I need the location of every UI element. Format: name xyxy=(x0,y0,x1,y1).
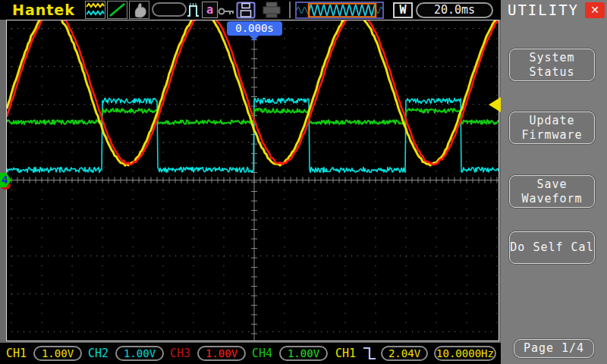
measure-line-glyph xyxy=(108,2,127,18)
status-bar: CH1 1.00V CH2 1.00V CH3 1.00V CH4 1.00V … xyxy=(0,343,501,364)
key-icon[interactable] xyxy=(218,5,235,15)
trigger-time-balloon[interactable]: 0.000s xyxy=(227,21,282,36)
trigger-source-label[interactable]: CH1 xyxy=(335,346,356,361)
oscilloscope-app: Hantek a xyxy=(0,0,607,364)
save-icon[interactable] xyxy=(236,2,256,19)
page-indicator-button[interactable]: Page 1/4 xyxy=(514,339,594,358)
menu-title: UTILITY xyxy=(502,1,584,19)
print-icon[interactable] xyxy=(261,2,282,18)
measure-line-icon[interactable] xyxy=(107,1,127,19)
trigger-frequency-value[interactable]: 10.0000Hz xyxy=(434,346,496,361)
falling-edge-icon[interactable] xyxy=(363,347,377,360)
print-glyph xyxy=(261,2,282,18)
toolbar: Hantek a xyxy=(0,0,501,20)
waveform-grid: 0.000s 4 xyxy=(7,20,498,340)
falling-edge-glyph xyxy=(363,347,377,360)
ch3-label[interactable]: CH3 xyxy=(170,346,190,361)
channels-icon[interactable] xyxy=(85,1,105,19)
page-indicator-label: Page 1/4 xyxy=(524,341,584,355)
preview-wave xyxy=(297,3,382,17)
pulse-icon[interactable] xyxy=(187,2,200,18)
timebase-value: 20.0ms xyxy=(434,3,475,17)
toolbar-separator xyxy=(289,2,291,18)
hand-glyph xyxy=(130,2,149,18)
close-button[interactable]: ✕ xyxy=(585,2,605,18)
center-axes xyxy=(7,20,498,340)
acquisition-letter: W xyxy=(399,3,406,17)
timebase-display[interactable]: 20.0ms xyxy=(416,2,493,18)
save-waveform-button[interactable]: Save Waveform xyxy=(509,175,595,208)
save-glyph xyxy=(236,2,256,19)
trigger-level-value[interactable]: 2.04V xyxy=(381,346,428,361)
trigger-time-label: 0.000s xyxy=(235,22,274,34)
utility-menu: UTILITY ✕ System Status Update Firmware … xyxy=(501,0,607,364)
trigger-time-pointer-icon xyxy=(250,36,259,41)
system-status-label: System Status xyxy=(529,51,574,80)
do-self-cal-label: Do Self Cal xyxy=(510,240,593,255)
empty-slot xyxy=(152,2,187,17)
update-firmware-button[interactable]: Update Firmware xyxy=(509,111,595,144)
ch3-scale[interactable]: 1.00V xyxy=(197,346,246,361)
annotation-a-icon[interactable]: a xyxy=(202,2,218,18)
waveform-preview[interactable] xyxy=(295,2,384,19)
trace-ch1 xyxy=(7,20,498,165)
brand-logo: Hantek xyxy=(12,2,75,18)
ch4-scale[interactable]: 1.00V xyxy=(279,346,328,361)
ch1-scale[interactable]: 1.00V xyxy=(33,346,82,361)
pulse-glyph xyxy=(187,2,200,18)
ch2-scale[interactable]: 1.00V xyxy=(115,346,164,361)
ch2-label[interactable]: CH2 xyxy=(88,346,109,361)
system-status-button[interactable]: System Status xyxy=(509,49,595,81)
update-firmware-label: Update Firmware xyxy=(521,114,582,143)
key-glyph xyxy=(218,7,235,17)
hand-icon[interactable] xyxy=(129,1,149,19)
close-icon: ✕ xyxy=(590,4,599,16)
ch1-label[interactable]: CH1 xyxy=(6,346,27,361)
ch4-marker-label: 4 xyxy=(2,174,8,186)
annotation-a-letter: a xyxy=(206,3,213,17)
do-self-cal-button[interactable]: Do Self Cal xyxy=(509,231,595,264)
waveform-canvas xyxy=(7,20,498,340)
save-waveform-label: Save Waveform xyxy=(521,177,582,206)
trace-ch3 xyxy=(7,20,498,165)
scope-display: 0.000s 4 xyxy=(0,20,501,343)
ch4-label[interactable]: CH4 xyxy=(252,346,272,361)
channels-icon-glyph xyxy=(86,2,105,18)
acquisition-w-icon[interactable]: W xyxy=(393,2,413,18)
